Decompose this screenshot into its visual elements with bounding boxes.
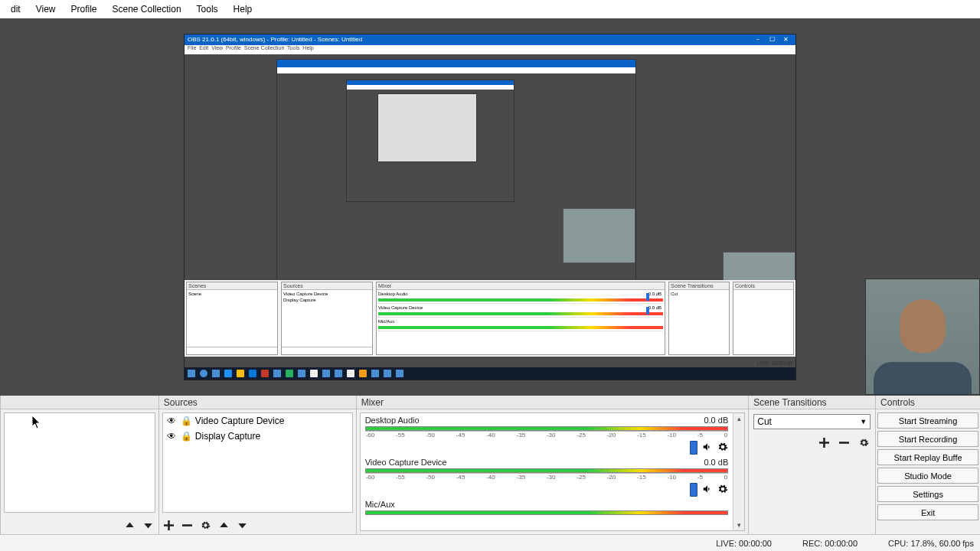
menu-help[interactable]: Help [226,2,260,17]
inner-taskbar [185,367,795,380]
inner-dock: ScenesScene SourcesVideo Capture DeviceD… [185,280,795,357]
svg-rect-0 [182,524,192,527]
mixer-channel-video-capture: Video Capture Device0.0 dB -60-55-50-45-… [361,455,733,497]
source-settings-icon[interactable] [199,518,213,532]
start-streaming-button[interactable]: Start Streaming [877,412,978,429]
speaker-icon[interactable] [702,442,713,455]
status-bar: LIVE: 00:00:00 REC: 00:00:00 CPU: 17.8%,… [0,534,980,551]
controls-title: Controls [876,396,980,409]
inner-titlebar: OBS 21.0.1 (64bit, windows) - Profile: U… [185,34,795,45]
transition-settings-icon[interactable] [857,435,871,449]
mixer-gear-icon[interactable] [717,484,728,497]
dock: Sources 👁 🔒 Video Capture Device 👁 🔒 Dis… [0,396,980,534]
scene-up-icon[interactable] [123,518,137,532]
mixer-channel-mic-aux: Mic/Aux [361,497,733,515]
inner-window-buttons: －☐✕ [751,35,792,44]
mixer-label: Desktop Audio [365,416,420,425]
menu-view[interactable]: View [28,2,64,17]
mixer-scale: -60-55-50-45-40-35-30-25-20-15-10-50 [365,473,729,481]
menu-profile[interactable]: Profile [63,2,104,17]
source-up-icon[interactable] [217,518,231,532]
mixer-gear-icon[interactable] [717,442,728,455]
add-transition-icon[interactable] [817,435,831,449]
add-source-icon[interactable] [162,518,176,532]
lock-icon[interactable]: 🔒 [181,431,191,442]
preview-display-capture: OBS 21.0.1 (64bit, windows) - Profile: U… [184,34,796,380]
mixer-scale: -60-55-50-45-40-35-30-25-20-15-10-50 [365,431,729,439]
mixer-label: Mic/Aux [365,500,395,509]
preview-area[interactable]: OBS 21.0.1 (64bit, windows) - Profile: U… [0,18,980,395]
sources-panel: Sources 👁 🔒 Video Capture Device 👁 🔒 Dis… [159,396,357,534]
studio-mode-button[interactable]: Studio Mode [877,468,978,484]
lock-icon[interactable]: 🔒 [181,416,191,426]
preview-webcam-overlay [865,279,980,395]
mixer-scrollbar[interactable]: ▴▾ [733,413,744,530]
eye-icon[interactable]: 👁 [166,431,177,442]
settings-button[interactable]: Settings [877,486,978,502]
mixer-db: 0.0 dB [704,458,728,467]
inner-menubar: File Edit View Profile Scene Collection … [185,45,795,54]
scene-down-icon[interactable] [142,518,155,532]
transition-select[interactable]: Cut ▼ [753,414,871,429]
transitions-panel: Scene Transitions Cut ▼ [749,396,876,534]
list-item[interactable]: 👁 🔒 Display Capture [163,429,352,444]
source-label: Display Capture [195,431,260,442]
controls-panel: Controls Start Streaming Start Recording… [876,396,980,534]
exit-button[interactable]: Exit [877,504,978,520]
svg-rect-1 [839,442,849,444]
sources-list[interactable]: 👁 🔒 Video Capture Device 👁 🔒 Display Cap… [162,412,353,513]
sources-title: Sources [159,396,356,409]
list-item[interactable]: 👁 🔒 Video Capture Device [163,413,352,429]
scroll-down-icon[interactable]: ▾ [733,520,744,530]
status-live: LIVE: 00:00:00 [716,539,772,548]
mixer-db: 0.0 dB [704,416,728,425]
status-rec: REC: 00:00:00 [802,539,858,548]
remove-transition-icon[interactable] [837,435,851,449]
menu-tools[interactable]: Tools [189,2,226,17]
scenes-list[interactable] [4,412,155,513]
scenes-panel [0,396,159,534]
menu-scene-collection[interactable]: Scene Collection [105,2,189,17]
source-label: Video Capture Device [195,416,285,426]
eye-icon[interactable]: 👁 [166,416,177,426]
scroll-up-icon[interactable]: ▴ [733,413,744,424]
inner-webcam-thumb [563,208,635,263]
transitions-title: Scene Transitions [749,396,875,409]
level-meter [365,510,729,515]
mixer-title: Mixer [357,396,749,409]
inner-title-text: OBS 21.0.1 (64bit, windows) - Profile: U… [188,36,362,43]
volume-slider[interactable] [690,483,697,497]
chevron-down-icon: ▼ [860,418,867,425]
main-menubar[interactable]: dit View Profile Scene Collection Tools … [0,0,980,18]
volume-slider[interactable] [690,441,697,455]
start-replay-buffer-button[interactable]: Start Replay Buffe [877,449,978,465]
mixer-panel: Mixer Desktop Audio0.0 dB -60-55-50-45-4… [357,396,750,534]
mixer-channel-desktop-audio: Desktop Audio0.0 dB -60-55-50-45-40-35-3… [361,413,733,455]
menu-edit[interactable]: dit [3,2,28,17]
status-cpu: CPU: 17.8%, 60.00 fps [888,539,974,548]
start-recording-button[interactable]: Start Recording [877,431,978,447]
transition-value: Cut [757,416,772,427]
source-down-icon[interactable] [236,518,250,532]
speaker-icon[interactable] [702,484,713,497]
mixer-label: Video Capture Device [365,458,447,467]
remove-source-icon[interactable] [181,518,194,532]
inner-status: LIVE: 00:00:00 [757,360,792,366]
